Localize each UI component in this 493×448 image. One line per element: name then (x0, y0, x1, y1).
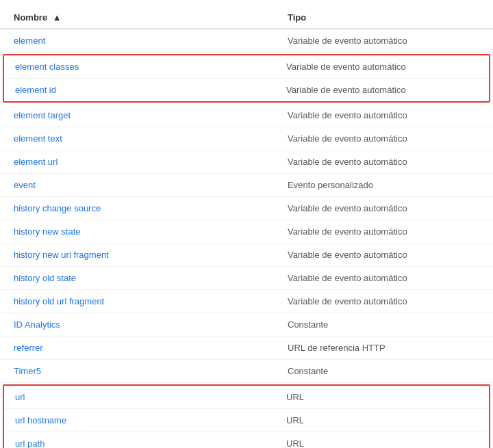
row-name-id-analytics[interactable]: ID Analytics (14, 319, 288, 330)
table-row: history change source Variable de evento… (0, 197, 493, 220)
table-row: element text Variable de evento automáti… (0, 127, 493, 150)
row-name-element-text[interactable]: element text (14, 133, 288, 144)
row-type-element-classes: Variable de evento automático (286, 62, 478, 72)
table-row: url path URL (4, 432, 489, 448)
header-name-label: Nombre (14, 12, 47, 23)
table-row: history new url fragment Variable de eve… (0, 243, 493, 267)
table-row: url URL (4, 386, 489, 409)
row-name-history-old-url-fragment[interactable]: history old url fragment (14, 296, 288, 306)
table-row: url hostname URL (4, 409, 489, 432)
row-type-url-path: URL (286, 438, 478, 448)
table-header: Nombre ▲ Tipo (0, 7, 493, 29)
row-name-element[interactable]: element (14, 36, 288, 46)
row-type-id-analytics: Constante (288, 319, 479, 330)
row-type-element-url: Variable de evento automático (288, 157, 479, 167)
row-name-element-url[interactable]: element url (14, 157, 288, 167)
table-row: Timer5 Constante (0, 360, 493, 383)
table-row: event Evento personalizado (0, 174, 493, 197)
row-type-element: Variable de evento automático (288, 36, 479, 46)
row-type-referrer: URL de referencia HTTP (288, 343, 479, 353)
row-name-url-path[interactable]: url path (15, 438, 286, 448)
variables-table: Nombre ▲ Tipo element Variable de evento… (0, 0, 493, 448)
table-row: element target Variable de evento automá… (0, 104, 493, 127)
row-type-element-target: Variable de evento automático (288, 110, 479, 120)
header-type-label: Tipo (288, 12, 306, 23)
row-name-history-new-url-fragment[interactable]: history new url fragment (14, 250, 288, 260)
table-row: element url Variable de evento automátic… (0, 150, 493, 174)
highlight-group-1: element classes Variable de evento autom… (3, 54, 490, 103)
row-name-history-new-state[interactable]: history new state (14, 226, 288, 237)
highlight-group-2: url URL url hostname URL url path URL (3, 384, 490, 448)
row-type-history-change-source: Variable de evento automático (288, 203, 479, 213)
row-name-element-target[interactable]: element target (14, 110, 288, 120)
header-name[interactable]: Nombre ▲ (14, 12, 288, 23)
table-row: history new state Variable de evento aut… (0, 220, 493, 243)
row-name-timer5[interactable]: Timer5 (14, 366, 288, 376)
table-row: history old url fragment Variable de eve… (0, 290, 493, 313)
row-name-element-id[interactable]: element id (15, 85, 286, 95)
row-type-timer5: Constante (288, 366, 479, 376)
row-type-history-new-state: Variable de evento automático (288, 226, 479, 237)
row-name-history-change-source[interactable]: history change source (14, 203, 288, 213)
row-type-history-old-state: Variable de evento automático (288, 273, 479, 283)
sort-icon: ▲ (53, 12, 62, 23)
row-type-url: URL (286, 392, 478, 402)
table-row: history old state Variable de evento aut… (0, 267, 493, 290)
row-name-history-old-state[interactable]: history old state (14, 273, 288, 283)
table-row: element classes Variable de evento autom… (4, 55, 489, 79)
row-name-url-hostname[interactable]: url hostname (15, 415, 286, 425)
row-type-element-text: Variable de evento automático (288, 133, 479, 144)
table-row: ID Analytics Constante (0, 313, 493, 337)
table-row: referrer URL de referencia HTTP (0, 337, 493, 360)
row-name-element-classes[interactable]: element classes (15, 62, 286, 72)
row-type-history-old-url-fragment: Variable de evento automático (288, 296, 479, 306)
table-row: element Variable de evento automático (0, 29, 493, 53)
row-type-history-new-url-fragment: Variable de evento automático (288, 250, 479, 260)
row-name-url[interactable]: url (15, 392, 286, 402)
row-type-event: Evento personalizado (288, 180, 479, 190)
header-type: Tipo (288, 12, 479, 23)
row-name-referrer[interactable]: referrer (14, 343, 288, 353)
row-type-element-id: Variable de evento automático (286, 85, 478, 95)
table-row: element id Variable de evento automático (4, 79, 489, 101)
row-name-event[interactable]: event (14, 180, 288, 190)
row-type-url-hostname: URL (286, 415, 478, 425)
